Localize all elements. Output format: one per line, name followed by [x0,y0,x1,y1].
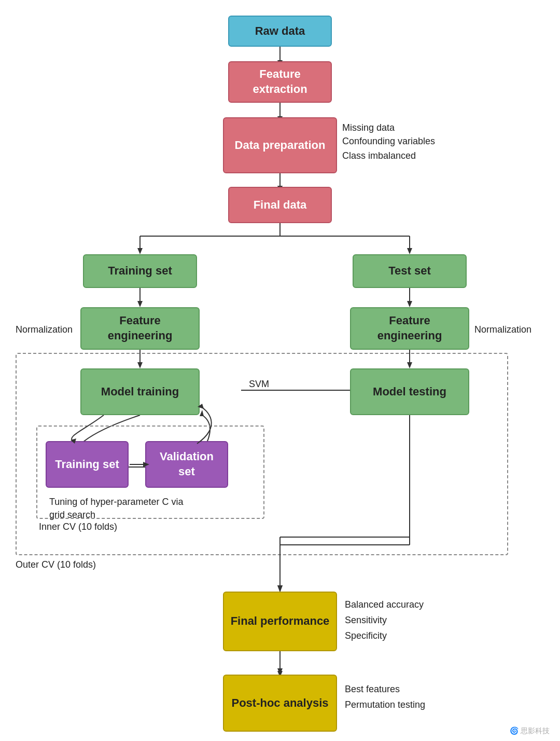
model-testing-box: Model testing [350,368,469,415]
validation-set-box: Validation set [145,441,228,488]
tuning-label: Tuning of hyper-parameter C via grid sea… [49,496,205,522]
svg-marker-40 [277,585,283,592]
normalization-right-label: Normalization [474,324,531,335]
test-set-top-box: Test set [353,254,467,288]
svg-marker-9 [137,248,143,254]
diagram: Raw data Feature extraction Data prepara… [0,0,560,741]
specificity-label: Specificity [345,630,387,641]
inner-cv-label: Inner CV (10 folds) [39,522,117,532]
class-imbalanced-label: Class imbalanced [342,150,416,161]
data-preparation-box: Data preparation [223,117,337,173]
final-performance-box: Final performance [223,592,337,651]
confounding-label: Confounding variables [342,136,435,147]
svg-marker-15 [407,301,412,307]
feature-eng-right-box: Feature engineering [350,307,469,350]
permutation-label: Permutation testing [345,699,425,710]
feature-extraction-box: Feature extraction [228,61,332,103]
balanced-accuracy-label: Balanced accuracy [345,599,424,610]
svg-marker-11 [407,248,412,254]
feature-eng-left-box: Feature engineering [80,307,200,350]
missing-data-label: Missing data [342,122,395,133]
normalization-left-label: Normalization [16,324,73,335]
model-training-box: Model training [80,368,200,415]
svm-label: SVM [249,379,269,390]
final-data-box: Final data [228,187,332,223]
post-hoc-box: Post-hoc analysis [223,675,337,732]
best-features-label: Best features [345,684,400,695]
training-set-inner-box: Training set [46,441,129,488]
outer-cv-label: Outer CV (10 folds) [16,559,96,570]
svg-marker-13 [137,301,143,307]
training-set-top-box: Training set [83,254,197,288]
raw-data-box: Raw data [228,16,332,47]
sensitivity-label: Sensitivity [345,615,387,626]
watermark: 🌀 思影科技 [510,726,550,736]
svg-marker-42 [277,668,283,675]
